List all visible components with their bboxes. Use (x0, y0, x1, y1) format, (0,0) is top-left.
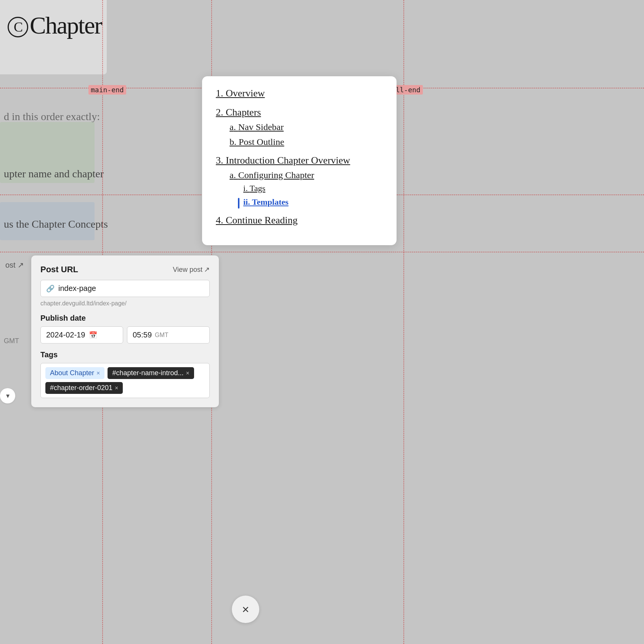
toc-link-intro-chapter[interactable]: Introduction Chapter Overview (216, 155, 350, 166)
toc-sub-item-post-outline: Post Outline (230, 137, 383, 147)
close-button[interactable]: × (232, 596, 259, 623)
publish-row: 2024-02-19 📅 05:59 GMT (40, 326, 210, 344)
bg-text-2: upter name and chapter (4, 168, 104, 180)
toc-sub-list-chapters: Nav Sidebar Post Outline (230, 122, 383, 147)
tags-area[interactable]: About Chapter × #chapter-name-introd... … (40, 363, 210, 398)
tag-remove-chapter-order[interactable]: × (115, 385, 118, 392)
url-value: index-page (58, 284, 96, 293)
toc-link-nav-sidebar[interactable]: Nav Sidebar (230, 122, 284, 132)
tag-remove-about-chapter[interactable]: × (96, 370, 100, 377)
toc-sub-sub-item-tags: Tags (243, 183, 383, 193)
post-url-label: Post URL (40, 265, 78, 275)
toc-sub-sub-item-templates: Templates (243, 197, 383, 207)
tag-chip-chapter-order[interactable]: #chapter-order-0201 × (45, 382, 123, 394)
tag-remove-chapter-name[interactable]: × (186, 370, 190, 377)
site-logo: C Chapter (8, 11, 102, 40)
post-panel: Post URL View post ↗ 🔗 index-page chapte… (31, 255, 219, 407)
toc-sub-list-intro: Configuring Chapter Tags Templates (230, 170, 383, 207)
publish-date-label: Publish date (40, 314, 210, 323)
logo-icon: C (8, 17, 28, 37)
time-input[interactable]: 05:59 GMT (127, 326, 210, 344)
external-link-icon: ↗ (204, 265, 210, 274)
toc-link-templates[interactable]: Templates (243, 197, 289, 207)
tag-chip-chapter-name[interactable]: #chapter-name-introd... × (108, 367, 194, 379)
toc-list: Overview Chapters Nav Sidebar Post Outli… (216, 88, 383, 226)
toc-sub-sub-list-configuring: Tags Templates (243, 183, 383, 207)
link-icon: 🔗 (46, 284, 55, 293)
view-post-link[interactable]: View post ↗ (173, 265, 210, 274)
url-hint: chapter.devguild.ltd/index-page/ (40, 300, 210, 307)
logo-text: Chapter (30, 11, 102, 40)
toc-sub-item-configuring: Configuring Chapter Tags Templates (230, 170, 383, 207)
toc-link-overview[interactable]: Overview (216, 88, 265, 99)
gmt-right-label: GMT (155, 332, 169, 339)
toc-link-configuring[interactable]: Configuring Chapter (230, 170, 314, 180)
toc-link-chapters[interactable]: Chapters (216, 107, 261, 118)
tags-label: Tags (40, 350, 210, 359)
toc-item-continue: Continue Reading (216, 215, 383, 226)
post-indicator: ost ↗ (0, 257, 29, 273)
bg-text-3: us the Chapter Concepts (4, 218, 108, 230)
toc-item-overview: Overview (216, 88, 383, 99)
header-area: C Chapter (0, 0, 107, 74)
toc-panel: Overview Chapters Nav Sidebar Post Outli… (202, 76, 397, 245)
toc-item-chapters: Chapters Nav Sidebar Post Outline (216, 107, 383, 147)
toc-item-intro-chapter: Introduction Chapter Overview Configurin… (216, 155, 383, 207)
date-input[interactable]: 2024-02-19 📅 (40, 326, 123, 344)
bg-text-1: d in this order exactly: (4, 111, 100, 123)
tag-chip-about-chapter[interactable]: About Chapter × (45, 367, 104, 379)
url-input-wrap[interactable]: 🔗 index-page (40, 280, 210, 297)
gmt-left-label: GMT (0, 336, 23, 347)
post-panel-header: Post URL View post ↗ (40, 265, 210, 275)
toc-sub-item-nav-sidebar: Nav Sidebar (230, 122, 383, 132)
toc-link-tags[interactable]: Tags (243, 183, 265, 193)
guide-label-main-end: main-end (88, 85, 126, 95)
calendar-icon: 📅 (89, 331, 97, 339)
toc-link-post-outline[interactable]: Post Outline (230, 137, 284, 147)
toc-active-indicator (238, 198, 239, 209)
toc-link-continue[interactable]: Continue Reading (216, 215, 297, 226)
dropdown-arrow-icon[interactable]: ▾ (0, 388, 15, 403)
